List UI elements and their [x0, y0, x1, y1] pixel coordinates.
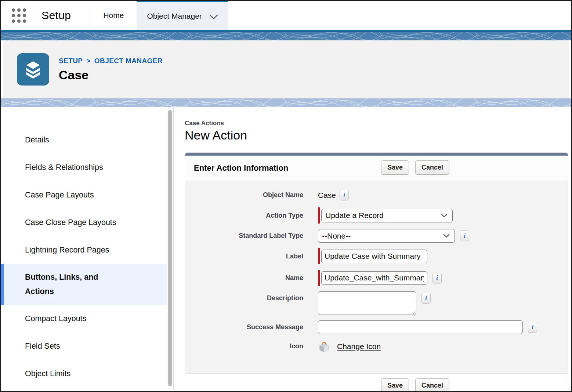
main-panel: Case Actions New Action Enter Action Inf…	[173, 107, 571, 390]
sidebar-item-compact-layouts[interactable]: Compact Layouts	[1, 305, 167, 333]
form-header-buttons: Save Cancel	[381, 160, 449, 175]
sub-banner-band	[1, 98, 571, 107]
object-name-value: Case	[318, 188, 336, 202]
sidebar-scrollbar-track[interactable]	[167, 107, 173, 390]
form-top-accent-bar	[185, 153, 568, 156]
chevron-down-icon	[209, 14, 218, 19]
sidebar-item-label: Buttons, Links, and Actions	[25, 270, 123, 298]
save-button[interactable]: Save	[381, 160, 409, 175]
sidebar-item-buttons-links-actions[interactable]: Buttons, Links, and Actions	[1, 264, 167, 305]
tab-object-manager-label: Object Manager	[147, 12, 202, 21]
breadcrumb-separator: >	[86, 57, 91, 65]
tab-home-label: Home	[103, 11, 124, 20]
sidebar-item-label: Case Close Page Layouts	[25, 218, 116, 227]
sidebar-item-object-limits[interactable]: Object Limits	[1, 360, 167, 388]
layers-icon	[22, 59, 44, 80]
info-icon[interactable]: i	[460, 231, 469, 241]
action-type-label: Action Type	[185, 209, 303, 222]
field-row-icon: Icon Change Icon	[185, 340, 568, 353]
standard-label-type-selected-value: --None--	[322, 232, 351, 240]
sidebar-item-label: Fields & Relationships	[25, 163, 103, 172]
form-section-title: Enter Action Information	[194, 163, 288, 173]
save-button-bottom[interactable]: Save	[381, 378, 409, 392]
action-type-selected-value: Update a Record	[325, 211, 384, 220]
name-field-label: Name	[185, 271, 303, 285]
standard-label-type-select[interactable]: --None--	[318, 229, 455, 243]
case-object-icon	[17, 53, 49, 86]
change-icon-link[interactable]: Change Icon	[337, 340, 381, 353]
sidebar-item-case-page-layouts[interactable]: Case Page Layouts	[1, 181, 167, 209]
info-icon[interactable]: i	[528, 322, 537, 333]
sidebar-item-details[interactable]: Details	[1, 126, 167, 154]
chevron-down-icon	[443, 234, 450, 238]
info-icon[interactable]: i	[340, 190, 349, 200]
description-label: Description	[185, 291, 303, 305]
success-message-label: Success Message	[185, 320, 303, 334]
breadcrumb-object-manager-link[interactable]: OBJECT MANAGER	[94, 57, 163, 65]
sidebar-item-lightning-record-pages[interactable]: Lightning Record Pages	[1, 236, 167, 264]
sidebar-item-case-close-page-layouts[interactable]: Case Close Page Layouts	[1, 209, 167, 236]
sidebar-item-fields-relationships[interactable]: Fields & Relationships	[1, 154, 167, 181]
salesforce-setup-window: Setup Home Object Manager	[0, 0, 572, 392]
info-icon[interactable]: i	[421, 293, 431, 304]
page-title: New Action	[185, 128, 568, 142]
field-row-action-type: Action Type Update a Record	[185, 207, 568, 224]
icon-label: Icon	[185, 340, 303, 353]
cancel-button[interactable]: Cancel	[415, 160, 449, 175]
field-row-name: Name i	[185, 270, 568, 286]
field-row-success-message: Success Message i	[185, 320, 568, 334]
sub-banner-pattern	[1, 98, 571, 107]
action-default-icon	[318, 341, 330, 353]
field-row-label: Label	[185, 248, 568, 264]
setup-app-title: Setup	[41, 9, 71, 22]
object-manager-sidebar: Details Fields & Relationships Case Page…	[1, 107, 167, 390]
section-label: Case Actions	[185, 120, 568, 127]
header-text-block: SETUP > OBJECT MANAGER Case	[59, 57, 163, 82]
required-indicator	[318, 248, 320, 264]
sidebar-item-label: Lightning Record Pages	[25, 246, 109, 255]
tab-object-manager[interactable]: Object Manager	[137, 1, 228, 30]
tab-home[interactable]: Home	[90, 1, 137, 30]
object-name-label: Object Name	[185, 188, 303, 202]
required-indicator	[318, 207, 320, 224]
sidebar-item-field-sets[interactable]: Field Sets	[1, 333, 167, 360]
success-message-input[interactable]	[318, 320, 523, 334]
sidebar-scrollbar-thumb[interactable]	[168, 110, 172, 386]
breadcrumb: SETUP > OBJECT MANAGER	[59, 57, 163, 65]
field-row-description: Description i	[185, 291, 568, 315]
top-navigation-bar: Setup Home Object Manager	[1, 1, 571, 30]
required-indicator	[318, 270, 320, 286]
sidebar-item-label: Case Page Layouts	[25, 190, 94, 200]
info-icon[interactable]: i	[432, 273, 442, 283]
app-launcher-icon[interactable]	[12, 8, 26, 23]
banner-wave-band	[1, 32, 571, 40]
chevron-down-icon	[441, 214, 448, 218]
content-area: Details Fields & Relationships Case Page…	[1, 107, 571, 390]
name-input[interactable]	[321, 271, 427, 285]
description-textarea[interactable]	[318, 291, 416, 315]
sidebar-item-label: Compact Layouts	[25, 314, 86, 323]
form-header: Enter Action Information Save Cancel	[185, 156, 568, 181]
sidebar-item-label: Details	[25, 135, 49, 145]
sidebar-item-label: Object Limits	[25, 369, 70, 378]
new-action-form: Enter Action Information Save Cancel Obj…	[185, 152, 568, 392]
action-type-select[interactable]: Update a Record	[321, 209, 453, 222]
form-footer: Save Cancel	[185, 373, 568, 392]
form-body: Object Name Case i Action Type Update a …	[185, 181, 568, 373]
cancel-button-bottom[interactable]: Cancel	[415, 378, 449, 392]
label-field-label: Label	[185, 250, 303, 263]
object-header-card: SETUP > OBJECT MANAGER Case	[3, 40, 569, 98]
field-row-standard-label-type: Standard Label Type --None-- i	[185, 229, 568, 243]
banner-wave-pattern	[1, 32, 571, 40]
field-row-object-name: Object Name Case i	[185, 188, 568, 202]
breadcrumb-setup-link[interactable]: SETUP	[59, 57, 83, 65]
sidebar-item-label: Field Sets	[25, 342, 60, 351]
standard-label-type-label: Standard Label Type	[185, 229, 303, 243]
object-title: Case	[59, 68, 163, 82]
label-input[interactable]	[321, 250, 427, 263]
